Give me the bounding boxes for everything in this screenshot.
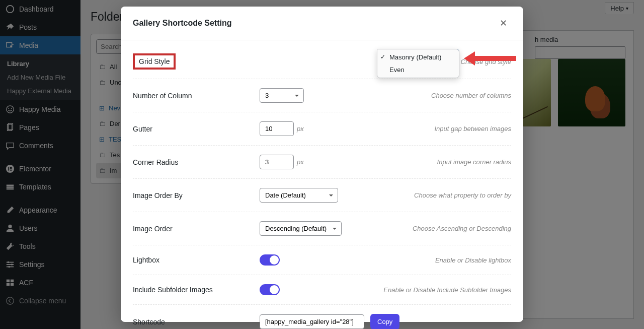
order-by-hint: Choose what property to order by	[338, 191, 511, 199]
corner-hint: Input image corner radius	[304, 158, 511, 166]
gutter-unit: px	[297, 125, 304, 133]
modal-header: Gallery Shortcode Setting ✕	[121, 7, 523, 40]
setting-row-subfolder: Include Subfolder Images Enable or Disab…	[133, 275, 511, 305]
copy-button[interactable]: Copy	[370, 314, 399, 329]
corner-label: Corner Radius	[133, 158, 260, 166]
setting-row-shortcode: Shortcode Copy	[133, 305, 511, 329]
order-by-label: Image Order By	[133, 191, 260, 200]
num-col-select[interactable]: 3	[260, 88, 304, 103]
setting-row-order: Image Order Descending (Default) Choose …	[133, 212, 511, 245]
corner-unit: px	[297, 158, 304, 166]
modal-overlay: Gallery Shortcode Setting ✕ Grid Style C…	[0, 0, 644, 329]
lightbox-toggle[interactable]	[260, 254, 280, 266]
modal-body: Grid Style Choose grid style Number of C…	[121, 40, 523, 329]
modal-title: Gallery Shortcode Setting	[133, 19, 231, 28]
gutter-input[interactable]	[260, 121, 294, 136]
order-by-select[interactable]: Date (Default)	[260, 188, 338, 203]
num-col-hint: Choose number of columns	[304, 92, 511, 99]
subfolder-label: Include Subfolder Images	[133, 286, 260, 294]
modal-close-button[interactable]: ✕	[496, 16, 511, 31]
gutter-label: Gutter	[133, 125, 260, 133]
subfolder-hint: Enable or Disable Include Subfolder Imag…	[280, 286, 511, 294]
order-label: Image Order	[133, 225, 260, 233]
grid-style-option-even[interactable]: Even	[377, 63, 459, 76]
order-hint: Choose Ascending or Descending	[342, 225, 511, 232]
setting-row-lightbox: Lightbox Enable or Disable lightbox	[133, 245, 511, 275]
gallery-shortcode-modal: Gallery Shortcode Setting ✕ Grid Style C…	[121, 7, 523, 322]
setting-row-gutter: Gutter px Input gap between images	[133, 112, 511, 146]
setting-row-corner: Corner Radius px Input image corner radi…	[133, 146, 511, 179]
shortcode-input[interactable]	[260, 314, 364, 329]
gutter-hint: Input gap between images	[304, 125, 511, 133]
grid-style-dropdown: Masonry (Default) Even	[377, 49, 459, 78]
num-col-label: Number of Column	[133, 92, 260, 100]
subfolder-toggle[interactable]	[260, 284, 280, 295]
setting-row-order-by: Image Order By Date (Default) Choose wha…	[133, 179, 511, 212]
corner-input[interactable]	[260, 155, 294, 169]
grid-style-label: Grid Style	[133, 53, 176, 70]
setting-row-num-col: Number of Column 3 Choose number of colu…	[133, 79, 511, 112]
order-select[interactable]: Descending (Default)	[260, 221, 342, 236]
grid-style-option-masonry[interactable]: Masonry (Default)	[377, 51, 459, 63]
lightbox-hint: Enable or Disable lightbox	[280, 256, 511, 264]
shortcode-label: Shortcode	[133, 318, 260, 326]
lightbox-label: Lightbox	[133, 256, 260, 264]
